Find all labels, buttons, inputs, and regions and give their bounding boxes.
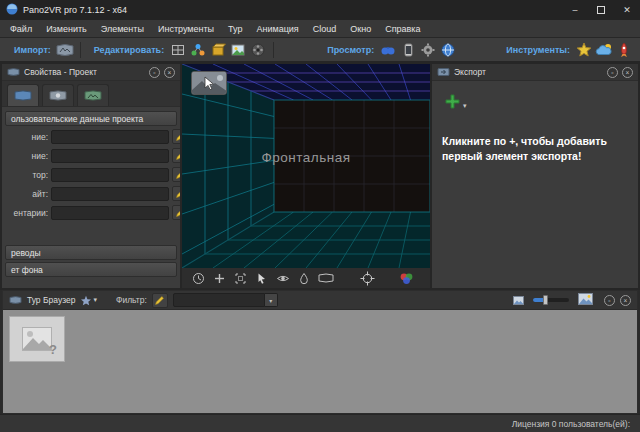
slider-handle[interactable]	[543, 295, 548, 305]
license-status-text: Лицензия 0 пользователь(ей):	[512, 419, 630, 429]
tour-browser-panel: Тур Браузер ▾ Фильтр: ▾ ▫ ×	[2, 290, 638, 414]
window-title: Pano2VR pro 7.1.12 - x64	[23, 5, 127, 15]
pointer-icon[interactable]	[255, 272, 268, 285]
edit-comments-button[interactable]	[172, 205, 180, 220]
export-hint-text: Кликните по +, чтобы добавить первый эле…	[442, 134, 628, 163]
gear-icon[interactable]	[418, 40, 438, 60]
title-field[interactable]	[51, 130, 169, 144]
pencil-icon	[175, 207, 181, 218]
close-panel-button[interactable]: ×	[622, 67, 633, 78]
plus-icon[interactable]	[213, 272, 226, 285]
viewer-toolbar	[182, 268, 430, 288]
missing-preview-glyph: ?	[49, 342, 57, 357]
properties-panel-header: Свойства - Проект ▫ ×	[2, 64, 180, 81]
author-field[interactable]	[51, 168, 169, 182]
field-label: ние:	[6, 132, 48, 142]
edit-title-button[interactable]	[172, 129, 180, 144]
components-icon[interactable]	[208, 40, 228, 60]
undock-panel-button[interactable]: ▫	[607, 67, 618, 78]
section-translations[interactable]: реводы	[5, 245, 177, 260]
tab-user-data[interactable]	[42, 84, 74, 106]
video-icon[interactable]	[248, 40, 268, 60]
filter-edit-button[interactable]	[152, 293, 168, 308]
user-data-icon	[49, 89, 67, 102]
preview-icon[interactable]	[378, 40, 398, 60]
edit-author-button[interactable]	[172, 167, 180, 182]
menu-tour[interactable]: Тур	[221, 24, 249, 34]
import-panorama-icon[interactable]	[55, 40, 75, 60]
edit-description-button[interactable]	[172, 148, 180, 163]
section-background-color[interactable]: ет фона	[5, 262, 177, 277]
eye-icon[interactable]	[276, 272, 290, 285]
menu-help[interactable]: Справка	[378, 24, 427, 34]
field-row-comments: ентарии:	[5, 204, 177, 221]
rgb-channels-icon[interactable]	[399, 272, 414, 285]
chevron-down-icon: ▾	[93, 296, 97, 304]
status-bar: Лицензия 0 пользователь(ей):	[0, 414, 640, 432]
toolbar-separator	[273, 42, 274, 58]
thumbnail-zoom-slider[interactable]	[533, 298, 569, 302]
crosshair-icon[interactable]	[360, 271, 375, 286]
menu-edit[interactable]: Изменить	[39, 24, 94, 34]
menu-cloud[interactable]: Cloud	[306, 24, 344, 34]
properties-panel-title: Свойства - Проект	[24, 67, 97, 77]
minimize-button[interactable]: –	[562, 0, 588, 20]
add-export-button[interactable]: ▾	[444, 93, 467, 110]
undock-panel-button[interactable]: ▫	[604, 295, 615, 306]
filter-dropdown-button[interactable]: ▾	[265, 293, 278, 307]
menu-tools[interactable]: Инструменты	[151, 24, 221, 34]
main-area: Свойства - Проект ▫ × ользовательские да…	[0, 62, 640, 290]
export-content: ▾ Кликните по +, чтобы добавить первый э…	[432, 81, 638, 288]
tour-map-icon[interactable]	[188, 40, 208, 60]
web-output-icon[interactable]	[438, 40, 458, 60]
media-icon[interactable]	[228, 40, 248, 60]
filter-label: Фильтр:	[116, 295, 147, 305]
section-user-data[interactable]: ользовательские данные проекта	[5, 111, 177, 126]
close-panel-button[interactable]: ×	[620, 295, 631, 306]
close-button[interactable]: ✕	[614, 0, 640, 20]
description-field[interactable]	[51, 149, 169, 163]
edit-website-button[interactable]	[172, 186, 180, 201]
panorama-node-thumbnail[interactable]: ?	[9, 316, 65, 362]
field-label: айт:	[6, 189, 48, 199]
wand-icon[interactable]	[574, 40, 594, 60]
properties-content: ользовательские данные проекта ние: ние:…	[2, 107, 180, 288]
properties-panel: Свойства - Проект ▫ × ользовательские да…	[2, 64, 180, 288]
plus-icon	[444, 93, 461, 110]
menu-animation[interactable]: Анимация	[249, 24, 305, 34]
maximize-button[interactable]	[588, 0, 614, 20]
menu-elements[interactable]: Элементы	[94, 24, 151, 34]
pencil-icon	[175, 150, 181, 161]
export-panel-header: Экспорт ▫ ×	[432, 64, 638, 81]
app-logo-icon	[6, 1, 18, 19]
window-controls: – ✕	[562, 0, 640, 20]
viewer-canvas[interactable]: Фронтальная	[182, 64, 430, 268]
export-panel-title: Экспорт	[454, 67, 486, 77]
cloud-icon[interactable]	[594, 40, 614, 60]
undock-panel-button[interactable]: ▫	[149, 67, 160, 78]
tools-group-label: Инструменты:	[506, 45, 570, 55]
tour-browser-content[interactable]: ?	[3, 310, 637, 413]
publish-icon[interactable]	[614, 40, 634, 60]
filter-input[interactable]	[173, 293, 265, 307]
crop-icon[interactable]	[234, 272, 247, 285]
drop-icon[interactable]	[298, 272, 310, 285]
tab-panorama[interactable]	[7, 84, 39, 106]
view-options-button[interactable]: ▾	[80, 295, 97, 306]
clock-icon[interactable]	[192, 272, 205, 285]
menu-file[interactable]: Файл	[3, 24, 39, 34]
image-placeholder-icon	[22, 327, 52, 351]
panorama-icon[interactable]	[318, 272, 334, 284]
device-preview-icon[interactable]	[398, 40, 418, 60]
patch-tool-icon[interactable]	[168, 40, 188, 60]
pencil-icon	[175, 188, 181, 199]
comments-field[interactable]	[51, 206, 169, 220]
close-panel-button[interactable]: ×	[164, 67, 175, 78]
menu-window[interactable]: Окно	[343, 24, 378, 34]
export-panel: Экспорт ▫ × ▾ Кликните по +, чтобы добав…	[432, 64, 638, 288]
cube-face-label: Фронтальная	[182, 150, 430, 165]
website-field[interactable]	[51, 187, 169, 201]
tab-display[interactable]	[77, 84, 109, 106]
tour-browser-header: Тур Браузер ▾ Фильтр: ▾ ▫ ×	[3, 291, 637, 310]
export-icon	[437, 63, 450, 81]
